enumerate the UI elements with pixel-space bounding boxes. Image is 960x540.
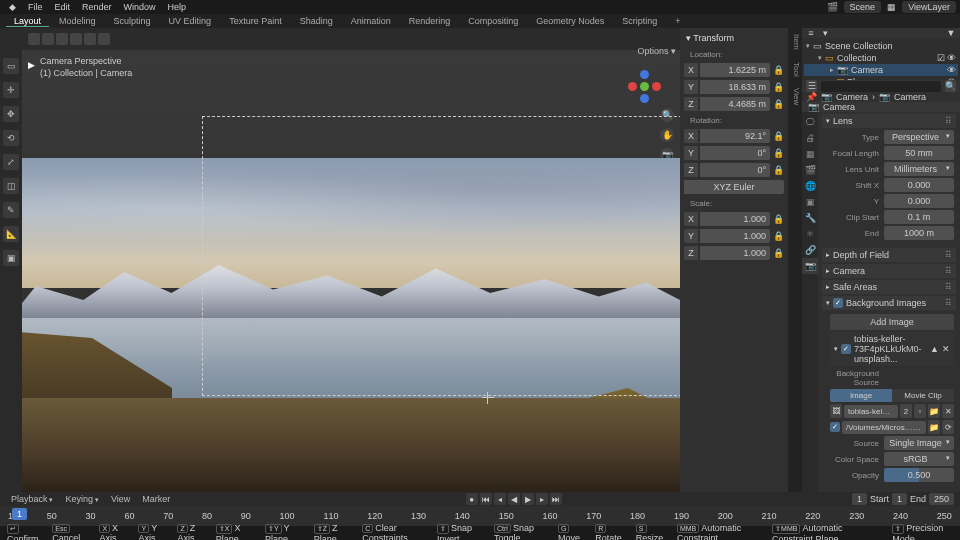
tool-scale[interactable]: ⤢ xyxy=(3,154,19,170)
lock-icon[interactable]: 🔒 xyxy=(772,99,784,109)
shift-x[interactable]: 0.000 xyxy=(884,178,954,192)
ptab-render[interactable]: 🖵 xyxy=(802,114,818,130)
lens-section-head[interactable]: ▾Lens⠿ xyxy=(822,114,956,128)
eye-icon[interactable]: 👁 xyxy=(947,53,956,63)
up-icon[interactable]: ▲ xyxy=(930,344,939,354)
play-icon[interactable]: ▶ xyxy=(26,58,36,74)
lens-type[interactable]: Perspective xyxy=(884,130,954,144)
rot-x[interactable]: 92.1° xyxy=(700,129,770,143)
current-frame[interactable]: 1 xyxy=(852,493,867,505)
filepath-checkbox[interactable]: ✓ xyxy=(830,422,840,432)
tool-rotate[interactable]: ⟲ xyxy=(3,130,19,146)
npanel-tab-view[interactable]: View xyxy=(788,82,802,111)
lock-icon[interactable]: 🔒 xyxy=(772,248,784,258)
object-name[interactable]: Camera xyxy=(823,102,855,112)
tl-marker[interactable]: Marker xyxy=(137,494,175,504)
tl-keying[interactable]: Keying xyxy=(60,494,103,504)
ptab-physics[interactable]: ⚛ xyxy=(802,226,818,242)
shift-y[interactable]: 0.000 xyxy=(884,194,954,208)
lock-icon[interactable]: 🔒 xyxy=(772,82,784,92)
select-menu[interactable] xyxy=(70,33,82,45)
lock-icon[interactable]: 🔒 xyxy=(772,214,784,224)
rotation-mode[interactable]: XYZ Euler xyxy=(684,180,784,194)
tool-transform[interactable]: ◫ xyxy=(3,178,19,194)
jump-start-icon[interactable]: ⏮ xyxy=(480,493,492,505)
loc-z[interactable]: 4.4685 m xyxy=(700,97,770,111)
view-menu[interactable] xyxy=(56,33,68,45)
jump-end-icon[interactable]: ⏭ xyxy=(550,493,562,505)
scale-x[interactable]: 1.000 xyxy=(700,212,770,226)
tab-sculpting[interactable]: Sculpting xyxy=(106,16,159,26)
tool-cursor[interactable]: ✛ xyxy=(3,82,19,98)
unlink-icon[interactable]: ✕ xyxy=(942,404,954,418)
tool-move[interactable]: ✥ xyxy=(3,106,19,122)
tab-add[interactable]: + xyxy=(667,16,688,26)
lock-icon[interactable]: 🔒 xyxy=(772,131,784,141)
opacity-slider[interactable]: 0.500 xyxy=(884,468,954,482)
focal-length[interactable]: 50 mm xyxy=(884,146,954,160)
tool-measure[interactable]: 📐 xyxy=(3,226,19,242)
clip-end[interactable]: 1000 m xyxy=(884,226,954,240)
tool-annotate[interactable]: ✎ xyxy=(3,202,19,218)
bgsrc-image[interactable]: Image xyxy=(830,389,892,402)
ptab-constraints[interactable]: 🔗 xyxy=(802,242,818,258)
pan-icon[interactable]: ✋ xyxy=(660,128,674,142)
viewlayer-selector[interactable]: ViewLayer xyxy=(902,1,956,13)
ptab-viewlayer[interactable]: ▦ xyxy=(802,146,818,162)
autokey-icon[interactable]: ● xyxy=(466,493,478,505)
tab-texture[interactable]: Texture Paint xyxy=(221,16,290,26)
menu-render[interactable]: Render xyxy=(77,2,117,12)
tab-scripting[interactable]: Scripting xyxy=(614,16,665,26)
eye-icon[interactable]: 👁 xyxy=(947,65,956,75)
blender-icon[interactable]: ◆ xyxy=(4,2,21,12)
gizmo-neg[interactable] xyxy=(628,82,637,91)
tab-shading[interactable]: Shading xyxy=(292,16,341,26)
crumb-data[interactable]: Camera xyxy=(894,92,926,102)
ptab-world[interactable]: 🌐 xyxy=(802,178,818,194)
transform-panel-head[interactable]: ▾ Transform xyxy=(684,30,784,46)
colorspace-dropdown[interactable]: sRGB xyxy=(884,452,954,466)
close-icon[interactable]: ✕ xyxy=(942,344,950,354)
gizmo-neg2[interactable] xyxy=(640,94,649,103)
tab-geonodes[interactable]: Geometry Nodes xyxy=(528,16,612,26)
tab-modeling[interactable]: Modeling xyxy=(51,16,104,26)
scale-y[interactable]: 1.000 xyxy=(700,229,770,243)
rot-y[interactable]: 0° xyxy=(700,146,770,160)
camera-section[interactable]: ▸Camera⠿ xyxy=(822,264,956,278)
tool-select[interactable]: ▭ xyxy=(3,58,19,74)
checkbox-icon[interactable]: ☑ xyxy=(937,53,945,63)
filter-icon[interactable]: ▼ xyxy=(946,28,956,38)
menu-edit[interactable]: Edit xyxy=(50,2,76,12)
npanel-tab-item[interactable]: Item xyxy=(788,28,802,56)
tab-animation[interactable]: Animation xyxy=(343,16,399,26)
bg-image-entry[interactable]: ▾✓tobias-keller-73F4pKLkUkM0-unsplash...… xyxy=(830,332,954,366)
image-name-field[interactable]: tobias-kel…unsplash.jpg xyxy=(844,405,898,418)
playhead[interactable]: 1 xyxy=(12,508,27,520)
tab-rendering[interactable]: Rendering xyxy=(401,16,459,26)
scene-selector[interactable]: Scene xyxy=(844,1,882,13)
folder-icon[interactable]: 📁 xyxy=(928,420,940,434)
mode-dropdown[interactable] xyxy=(42,33,54,45)
users-icon[interactable]: 2 xyxy=(900,404,912,418)
zoom-icon[interactable]: 🔍 xyxy=(660,108,674,122)
editor-type-icon[interactable]: ≡ xyxy=(806,28,816,38)
gizmo-x[interactable] xyxy=(652,82,661,91)
editor-type-icon[interactable] xyxy=(28,33,40,45)
crumb-obj[interactable]: Camera xyxy=(836,92,868,102)
gizmo-y[interactable] xyxy=(640,82,649,91)
loc-y[interactable]: 18.633 m xyxy=(700,80,770,94)
tl-view[interactable]: View xyxy=(106,494,135,504)
add-image-button[interactable]: Add Image xyxy=(830,314,954,330)
play-icon[interactable]: ▶ xyxy=(522,493,534,505)
tl-playback[interactable]: Playback xyxy=(6,494,58,504)
lens-unit[interactable]: Millimeters xyxy=(884,162,954,176)
rot-z[interactable]: 0° xyxy=(700,163,770,177)
menu-help[interactable]: Help xyxy=(163,2,192,12)
clip-start[interactable]: 0.1 m xyxy=(884,210,954,224)
pin-icon[interactable]: 📌 xyxy=(806,92,817,102)
tab-uv[interactable]: UV Editing xyxy=(161,16,220,26)
npanel-tab-tool[interactable]: Tool xyxy=(788,56,802,83)
end-frame[interactable]: 250 xyxy=(929,493,954,505)
add-menu[interactable] xyxy=(84,33,96,45)
tab-compositing[interactable]: Compositing xyxy=(460,16,526,26)
